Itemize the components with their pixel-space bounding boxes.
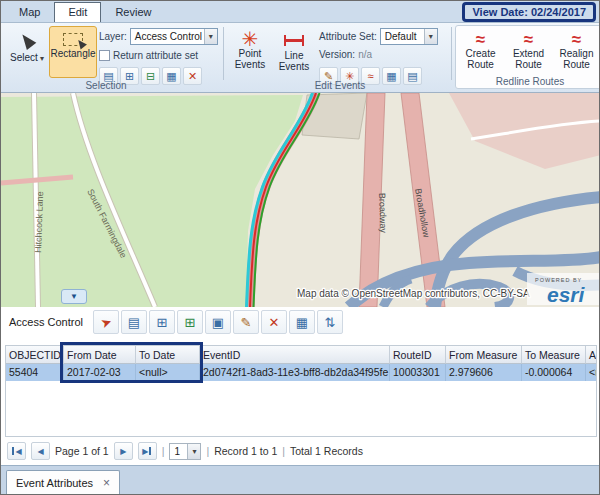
layer-dropdown[interactable]: Access Control ▾	[130, 28, 218, 45]
total-records-label: Total 1 Records	[290, 445, 363, 457]
chevron-down-icon: ▾	[424, 29, 437, 44]
show-attributes-button[interactable]: ▤	[121, 310, 147, 334]
column-header-to-measure[interactable]: To Measure	[522, 346, 586, 364]
return-attribute-set-label: Return attribute set	[113, 50, 198, 61]
last-page-icon: ▶	[142, 447, 148, 456]
chevron-down-icon: ▾	[187, 444, 200, 459]
column-header-objectid[interactable]: OBJECTID	[6, 346, 64, 364]
event-editor-window: { "colors": { "highlight": "#17357e", "r…	[0, 0, 600, 495]
layer-label: Layer:	[99, 31, 127, 42]
select-events-icon: ➤	[98, 313, 113, 331]
select-cursor-icon	[18, 31, 37, 50]
page-select-dropdown[interactable]: 1 ▾	[169, 443, 201, 460]
point-events-label: Point Events	[230, 48, 270, 70]
redline-routes-panel: ≈ Create Route ≈ Extend Route ≈ Realign …	[455, 25, 600, 89]
separator: |	[282, 445, 285, 457]
panel-title: Access Control	[9, 316, 83, 328]
version-label: Version:	[319, 49, 355, 60]
save-edits-button[interactable]: ▣	[205, 310, 231, 334]
next-page-button[interactable]: ▶	[114, 442, 133, 460]
show-attributes-icon: ▤	[128, 315, 140, 330]
select-tool-label: Select	[10, 52, 38, 63]
last-page-button[interactable]: ▶	[138, 442, 157, 460]
layer-dropdown-value: Access Control	[131, 29, 204, 44]
cell-from-date[interactable]: 2017-02-03	[64, 364, 136, 381]
sort-records-button[interactable]: ⇅	[317, 310, 343, 334]
tab-review[interactable]: Review	[101, 2, 165, 22]
column-header-access[interactable]: Ac	[586, 346, 597, 364]
table-row[interactable]: 55404 2017-02-03 <null> 2d0742f1-8ad3-11…	[6, 364, 597, 381]
create-route-icon: ≈	[476, 32, 485, 48]
cell-eventid[interactable]: 2d0742f1-8ad3-11e3-bff8-db2da34f95fe	[200, 364, 390, 381]
record-range-label: Record 1 to 1	[214, 445, 277, 457]
map-graphics: Hitchcock Lane South Farmingdale Broadwa…	[1, 93, 600, 307]
delete-icon: ✕	[269, 315, 280, 330]
chevron-down-icon: ▾	[204, 29, 217, 44]
cell-objectid[interactable]: 55404	[6, 364, 64, 381]
cell-access[interactable]: <n	[586, 364, 597, 381]
page-indicator: Page 1 of 1	[55, 445, 109, 457]
point-events-button[interactable]: ✳ Point Events	[229, 26, 271, 78]
separator: |	[162, 445, 165, 457]
column-header-routeid[interactable]: RouteID	[390, 346, 446, 364]
tab-map[interactable]: Map	[5, 2, 54, 22]
redline-routes-group-label: Redline Routes	[456, 76, 600, 87]
create-route-button[interactable]: ≈ Create Route	[458, 28, 503, 74]
bottom-tab-bar: Event Attributes ×	[1, 465, 599, 494]
map-collapse-button[interactable]: ▼	[61, 289, 87, 304]
column-header-to-date[interactable]: To Date	[136, 346, 200, 364]
edit-events-group-label: Edit Events	[229, 80, 451, 91]
point-event-icon: ✳	[242, 30, 259, 48]
map-canvas[interactable]: Hitchcock Lane South Farmingdale Broadwa…	[1, 93, 600, 307]
cell-to-date[interactable]: <null>	[136, 364, 200, 381]
open-table-button[interactable]: ▦	[289, 310, 315, 334]
pagination-bar: ◀ ◀ Page 1 of 1 ▶ ▶ | 1 ▾ | Record 1 to …	[1, 439, 599, 463]
next-page-icon: ▶	[120, 447, 126, 456]
zoom-to-selected-icon: ⊞	[157, 315, 168, 330]
map-attribution: Map data © OpenStreetMap contributors, C…	[297, 288, 530, 299]
collapse-arrow-icon: ▼	[70, 292, 78, 301]
attribute-set-value: Default	[381, 29, 424, 44]
attribute-set-label: Attribute Set:	[319, 31, 377, 42]
edit-selected-button[interactable]: ✎	[233, 310, 259, 334]
column-header-eventid[interactable]: EventID	[200, 346, 390, 364]
cell-to-measure[interactable]: -0.000064	[522, 364, 586, 381]
create-route-label: Create Route	[459, 48, 502, 70]
selection-group-label: Selection	[1, 80, 211, 91]
select-events-button[interactable]: ➤	[93, 310, 119, 334]
pan-to-selected-button[interactable]: ⊞	[177, 310, 203, 334]
extend-route-button[interactable]: ≈ Extend Route	[506, 28, 551, 74]
view-date-label: View Date: 02/24/2017	[472, 6, 586, 18]
realign-route-label: Realign Route	[555, 48, 598, 70]
tab-event-attributes-label: Event Attributes	[16, 477, 93, 489]
tab-edit[interactable]: Edit	[54, 2, 101, 22]
separator: |	[206, 445, 209, 457]
tab-event-attributes[interactable]: Event Attributes ×	[6, 470, 120, 494]
line-events-button[interactable]: Line Events	[273, 26, 315, 78]
page-select-value: 1	[170, 444, 187, 459]
table-header-row: OBJECTID From Date To Date EventID Route…	[6, 346, 597, 364]
zoom-to-selected-button[interactable]: ⊞	[149, 310, 175, 334]
first-page-icon: ◀	[15, 447, 21, 456]
previous-page-icon: ◀	[37, 447, 43, 456]
select-tool-button[interactable]: Select▾	[7, 26, 47, 78]
view-date-highlight-box: View Date: 02/24/2017	[462, 2, 596, 22]
sort-icon: ⇅	[325, 315, 336, 330]
attribute-set-dropdown[interactable]: Default ▾	[380, 28, 438, 45]
delete-selected-button[interactable]: ✕	[261, 310, 287, 334]
cell-routeid[interactable]: 10003301	[390, 364, 446, 381]
previous-page-button[interactable]: ◀	[31, 442, 50, 460]
realign-route-icon: ≈	[572, 32, 581, 48]
first-page-button[interactable]: ◀	[7, 442, 26, 460]
version-value: n/a	[358, 49, 372, 60]
rectangle-select-icon	[63, 33, 83, 46]
street-label-broadway: Broadway	[377, 193, 388, 234]
line-events-label: Line Events	[274, 50, 314, 72]
cell-from-measure[interactable]: 2.979606	[446, 364, 522, 381]
rectangle-tool-button[interactable]: Rectangle	[49, 26, 97, 78]
return-attribute-set-checkbox[interactable]	[99, 50, 110, 61]
column-header-from-date[interactable]: From Date	[64, 346, 136, 364]
realign-route-button[interactable]: ≈ Realign Route	[554, 28, 599, 74]
column-header-from-measure[interactable]: From Measure	[446, 346, 522, 364]
close-icon[interactable]: ×	[103, 478, 110, 488]
